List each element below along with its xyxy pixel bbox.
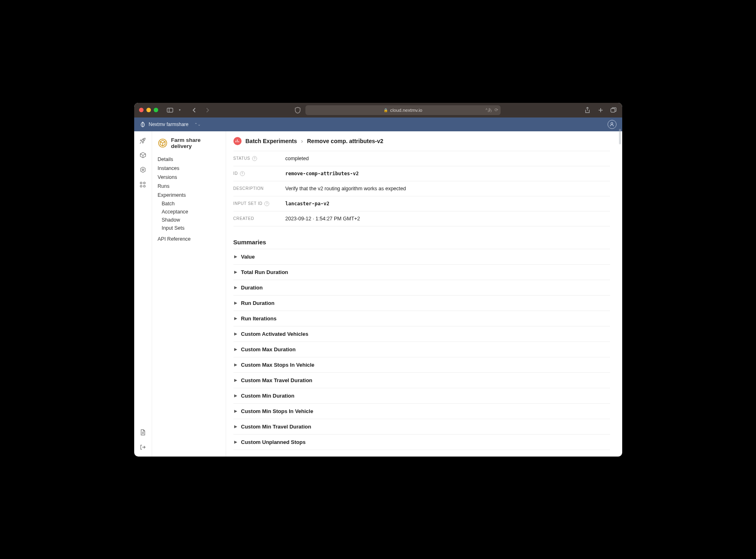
logout-icon[interactable]: [139, 444, 146, 451]
svg-point-8: [140, 182, 142, 183]
summary-row[interactable]: ▶Custom Max Stops In Vehicle: [233, 357, 610, 373]
app-body: Farm share delivery Details Instances Ve…: [134, 131, 622, 457]
close-window-icon[interactable]: [139, 108, 144, 112]
disclosure-triangle-icon: ▶: [234, 316, 237, 320]
summary-row[interactable]: ▶Run Iterations: [233, 311, 610, 326]
experiments-badge-icon: [233, 137, 242, 145]
refresh-icon[interactable]: ⟳: [495, 107, 498, 113]
disclosure-triangle-icon: ▶: [234, 424, 237, 428]
sidebar-item-shadow[interactable]: Shadow: [162, 216, 220, 224]
summary-row-label: Total Run Duration: [241, 269, 288, 275]
meta-row-status: Status ? completed: [233, 151, 610, 166]
sidebar-item-batch[interactable]: Batch: [162, 200, 220, 208]
privacy-shield-icon[interactable]: [294, 107, 301, 113]
address-bar[interactable]: 🔒 cloud.nextmv.io ᴬあ ⟳: [305, 105, 501, 115]
meta-label-id: ID: [233, 171, 238, 176]
sidebar-title: Farm share delivery: [158, 137, 220, 149]
breadcrumb-leaf: Remove comp. attributes-v2: [307, 138, 383, 144]
summary-row[interactable]: ▶Custom Activated Vehicles: [233, 326, 610, 342]
svg-rect-4: [611, 109, 615, 112]
sidebar-item-input-sets[interactable]: Input Sets: [162, 224, 220, 232]
summaries-heading: Summaries: [233, 239, 610, 246]
meta-label-input-set-id: Input Set ID: [233, 201, 263, 206]
org-name: Nextmv farmshare: [149, 122, 189, 127]
sidebar-title-text: Farm share delivery: [171, 137, 220, 149]
url-text: cloud.nextmv.io: [390, 108, 422, 113]
sidebar-item-versions[interactable]: Versions: [158, 173, 220, 182]
summary-row-label: Custom Min Duration: [241, 393, 294, 399]
summary-row-label: Custom Min Travel Duration: [241, 424, 312, 430]
meta-value-id: remove-comp-attributes-v2: [285, 171, 359, 176]
user-avatar[interactable]: [608, 120, 617, 129]
disclosure-triangle-icon: ▶: [234, 301, 237, 305]
sidebar-item-acceptance[interactable]: Acceptance: [162, 208, 220, 216]
summary-row[interactable]: ▶Custom Unplanned Stops: [233, 435, 610, 450]
maximize-window-icon[interactable]: [154, 108, 158, 112]
grid-icon[interactable]: [139, 181, 146, 188]
reader-icon[interactable]: ᴬあ: [486, 107, 492, 113]
disclosure-triangle-icon: ▶: [234, 270, 237, 274]
summary-row[interactable]: ▶Run Duration: [233, 296, 610, 311]
cube-icon[interactable]: [139, 152, 146, 159]
icon-rail: [134, 131, 152, 457]
breadcrumb-root[interactable]: Batch Experiments: [246, 138, 297, 144]
summary-row[interactable]: ▶Custom Min Travel Duration: [233, 419, 610, 435]
meta-label-status: Status: [233, 156, 251, 161]
svg-point-5: [611, 122, 613, 124]
share-icon[interactable]: [584, 107, 591, 113]
breadcrumb: Batch Experiments › Remove comp. attribu…: [233, 137, 610, 145]
sidebar-toggle-icon[interactable]: [166, 108, 174, 113]
summary-row-label: Custom Unplanned Stops: [241, 439, 306, 445]
summary-row-label: Custom Max Stops In Vehicle: [241, 362, 315, 368]
disclosure-triangle-icon: ▶: [234, 394, 237, 398]
summary-row[interactable]: ▶Total Run Duration: [233, 265, 610, 280]
sidebar-item-instances[interactable]: Instances: [158, 164, 220, 173]
forward-icon[interactable]: [204, 107, 211, 113]
rocket-icon[interactable]: [139, 137, 146, 144]
summary-row[interactable]: ▶Custom Min Stops In Vehicle: [233, 404, 610, 419]
summary-row-label: Custom Max Travel Duration: [241, 377, 313, 383]
disclosure-triangle-icon: ▶: [234, 409, 237, 413]
back-icon[interactable]: [191, 107, 198, 113]
disclosure-triangle-icon: ▶: [234, 440, 237, 444]
meta-value-description: Verify that the v2 routing algorithm wor…: [285, 186, 406, 191]
summaries-list: ▶Value▶Total Run Duration▶Duration▶Run D…: [233, 249, 610, 450]
scrollbar-thumb[interactable]: [619, 129, 621, 144]
document-icon[interactable]: [139, 429, 146, 436]
lock-icon: 🔒: [383, 108, 388, 112]
disclosure-triangle-icon: ▶: [234, 254, 237, 259]
tabs-overview-icon[interactable]: [610, 107, 617, 113]
svg-point-7: [142, 169, 144, 171]
minimize-window-icon[interactable]: [146, 108, 151, 112]
new-tab-icon[interactable]: [597, 107, 604, 113]
help-icon[interactable]: ?: [240, 171, 245, 176]
meta-value-status: completed: [285, 156, 309, 161]
sidebar-item-experiments[interactable]: Experiments: [158, 191, 220, 200]
sidebar-item-runs[interactable]: Runs: [158, 182, 220, 191]
chevron-down-icon[interactable]: ▾: [176, 108, 183, 112]
summary-row[interactable]: ▶Duration: [233, 280, 610, 296]
meta-row-created: Created 2023-09-12 · 1:54:27 PM GMT+2: [233, 211, 610, 226]
meta-row-description: Description Verify that the v2 routing a…: [233, 181, 610, 196]
disclosure-triangle-icon: ▶: [234, 363, 237, 367]
nextmv-logo-icon: [140, 122, 146, 127]
sidebar-item-api-reference[interactable]: API Reference: [158, 235, 220, 244]
summary-row-label: Run Iterations: [241, 315, 277, 322]
help-icon[interactable]: ?: [252, 156, 257, 161]
svg-point-10: [140, 185, 142, 187]
summary-row-label: Custom Min Stops In Vehicle: [241, 408, 314, 414]
chevron-right-icon: ›: [301, 138, 303, 144]
summary-row[interactable]: ▶Custom Max Travel Duration: [233, 373, 610, 388]
summary-row[interactable]: ▶Custom Min Duration: [233, 388, 610, 404]
meta-value-input-set-id: lancaster-pa-v2: [285, 201, 329, 207]
svg-point-11: [144, 185, 145, 187]
summary-row-label: Duration: [241, 285, 263, 291]
disclosure-triangle-icon: ▶: [234, 347, 237, 351]
help-icon[interactable]: ?: [264, 201, 269, 206]
org-switcher[interactable]: Nextmv farmshare ⌃⌄: [140, 122, 201, 127]
summary-row[interactable]: ▶Custom Max Duration: [233, 342, 610, 357]
sidebar-item-details[interactable]: Details: [158, 155, 220, 164]
summary-row[interactable]: ▶Value: [233, 249, 610, 265]
chevron-updown-icon: ⌃⌄: [194, 122, 201, 126]
hexagon-icon[interactable]: [139, 166, 146, 174]
